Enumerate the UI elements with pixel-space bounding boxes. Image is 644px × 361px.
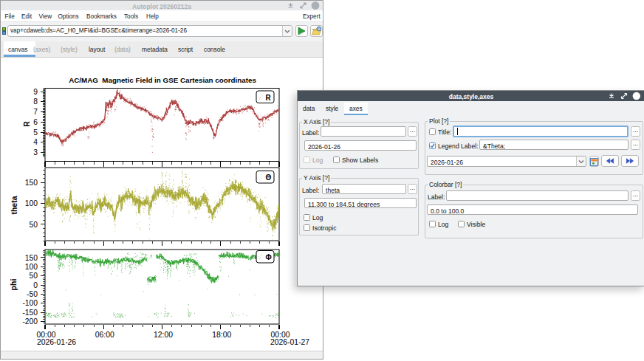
svg-text:150: 150 (25, 179, 38, 187)
svg-text:150: 150 (25, 254, 38, 262)
svg-text:100: 100 (25, 263, 38, 271)
svg-text:9: 9 (33, 88, 38, 96)
svg-text:50: 50 (30, 272, 38, 280)
svg-text:-50: -50 (27, 290, 38, 298)
svg-text:06:00: 06:00 (95, 331, 114, 339)
svg-text:7: 7 (33, 108, 38, 116)
svg-text:-100: -100 (22, 299, 38, 307)
svg-text:4: 4 (33, 138, 38, 146)
svg-text:2026-01-27: 2026-01-27 (270, 338, 309, 346)
svg-text:5: 5 (33, 128, 38, 137)
svg-text:12:00: 12:00 (154, 331, 173, 339)
svg-text:8: 8 (33, 97, 38, 106)
svg-text:Θ: Θ (266, 173, 272, 182)
svg-text:2026-01-26: 2026-01-26 (37, 338, 76, 346)
svg-text:theta: theta (10, 196, 18, 214)
svg-text:0: 0 (33, 281, 38, 289)
svg-text:-150: -150 (22, 309, 38, 317)
svg-text:R: R (266, 94, 272, 102)
svg-text:R: R (22, 121, 31, 127)
svg-text:Φ: Φ (266, 253, 272, 261)
svg-text:6: 6 (33, 118, 38, 126)
svg-text:-200: -200 (22, 317, 38, 326)
svg-text:50: 50 (30, 221, 38, 229)
svg-text:100: 100 (25, 199, 38, 207)
svg-text:AC/MAG Magnetic Field in GSE: AC/MAG Magnetic Field in GSE Cartesian c… (69, 76, 256, 84)
svg-text:phi: phi (9, 279, 18, 291)
svg-text:18:00: 18:00 (212, 331, 231, 339)
svg-text:3: 3 (33, 148, 38, 157)
